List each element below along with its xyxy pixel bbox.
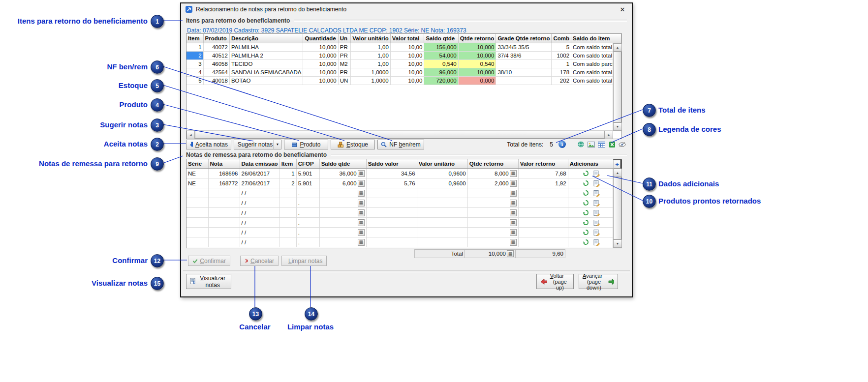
nota-row-2[interactable]: NE 168772 27/06/2017 2 5.901 6,000▦ 5,76…	[186, 178, 615, 188]
cell-valor-unitario[interactable]: 1,00	[351, 43, 391, 52]
dados-adicionais-button[interactable]	[592, 170, 601, 177]
produtos-prontos-retornados-button[interactable]	[582, 209, 590, 217]
cell-nota[interactable]	[208, 208, 240, 218]
dados-adicionais-button[interactable]	[592, 209, 601, 217]
cell-saldo-qtde[interactable]: ▦	[319, 228, 366, 237]
cell-grade[interactable]: 38/10	[496, 68, 552, 77]
dados-adicionais-button[interactable]	[592, 189, 601, 197]
cell-valor-retorno[interactable]	[518, 218, 568, 228]
cell-descricao[interactable]: PALMILHA	[229, 43, 303, 52]
produtos-prontos-retornados-button[interactable]	[582, 170, 590, 177]
add-nota-button[interactable]: +	[613, 159, 621, 169]
cell-saldo-qtde[interactable]: 156,000	[424, 43, 458, 52]
cell-item[interactable]: 2	[279, 178, 296, 188]
cell-un[interactable]: M2	[338, 60, 351, 68]
cell-qtde-retorno[interactable]: ▦	[467, 218, 518, 228]
cell-valor-total[interactable]: 10,00	[390, 43, 424, 52]
close-button[interactable]: ✕	[618, 6, 627, 13]
produtos-prontos-retornados-button[interactable]	[582, 179, 590, 187]
table-icon[interactable]	[597, 140, 606, 148]
aceita-notas-button[interactable]: Aceita notas	[186, 140, 231, 149]
cell-valor-unitario[interactable]: 0,9600	[417, 169, 467, 178]
scroll-thumb[interactable]	[613, 177, 621, 239]
nota-row-3[interactable]: / / . ▦ ▦	[186, 188, 615, 198]
cell-item[interactable]	[279, 237, 296, 247]
cell-quantidade[interactable]: 10,000	[303, 52, 338, 60]
cell-serie[interactable]	[186, 237, 208, 247]
cell-cfop[interactable]: .	[296, 228, 319, 237]
scroll-thumb[interactable]	[195, 131, 605, 139]
cell-saldo-qtde[interactable]: ▦	[319, 198, 366, 208]
cell-serie[interactable]	[186, 218, 208, 228]
cell-nota[interactable]	[208, 237, 240, 247]
cell-qtde-retorno[interactable]: ▦	[467, 198, 518, 208]
excel-export-icon[interactable]	[607, 140, 617, 148]
scroll-down-button[interactable]: ▼	[613, 239, 622, 248]
cell-qtde-retorno[interactable]: 10,000	[458, 52, 496, 60]
cell-serie[interactable]: NE	[186, 169, 208, 178]
calc-button[interactable]: ▦	[358, 180, 365, 187]
cancelar-button[interactable]: Cancelar	[240, 256, 279, 266]
scroll-down-button[interactable]: ▼	[613, 122, 622, 131]
cell-nota[interactable]: 168696	[208, 169, 240, 178]
limpar-notas-button[interactable]: Limpar notas	[281, 256, 327, 266]
calc-button[interactable]: ▦	[510, 219, 517, 226]
cell-saldo-qtde[interactable]: 96,000	[424, 68, 458, 77]
sugerir-notas-button[interactable]: Sugerir notas	[234, 140, 274, 149]
calc-button[interactable]: ▦	[510, 229, 517, 236]
produtos-prontos-retornados-button[interactable]	[582, 238, 590, 246]
calc-button[interactable]: ▦	[358, 190, 365, 197]
confirmar-button[interactable]: Confirmar	[188, 256, 230, 266]
cell-serie[interactable]	[186, 208, 208, 218]
cell-item[interactable]: 4	[186, 68, 203, 77]
calc-button[interactable]: ▦	[510, 239, 517, 246]
calc-button[interactable]: ▦	[510, 180, 517, 187]
scroll-left-button[interactable]: ◄	[186, 131, 195, 139]
produtos-prontos-retornados-button[interactable]	[582, 189, 590, 197]
dados-adicionais-button[interactable]	[592, 199, 601, 207]
item-row-4[interactable]: 4 42564 SANDALIA SEMIACABADA 10,000 PR 1…	[186, 68, 621, 77]
calc-button[interactable]: ▦	[358, 229, 365, 236]
calc-button[interactable]: ▦	[358, 209, 365, 216]
cell-nota[interactable]	[208, 228, 240, 237]
cell-produto[interactable]: 42564	[203, 68, 229, 77]
cell-serie[interactable]	[186, 198, 208, 208]
item-row-3[interactable]: 3 46058 TECIDO 10,000 M2 1,00 10,00 0,54…	[186, 60, 621, 68]
cell-saldo-valor[interactable]	[366, 228, 417, 237]
cell-descricao[interactable]: TECIDO	[229, 60, 303, 68]
cell-nota[interactable]	[208, 188, 240, 198]
cell-qtde-retorno[interactable]: ▦	[467, 228, 518, 237]
cell-comb[interactable]: 202	[552, 77, 571, 85]
dados-adicionais-button[interactable]	[592, 219, 601, 227]
cell-qtde-retorno[interactable]: ▦	[467, 208, 518, 218]
cell-qtde-retorno[interactable]: 8,000▦	[467, 169, 518, 178]
calc-button[interactable]: ▦	[510, 209, 517, 216]
cell-valor-retorno[interactable]	[518, 198, 568, 208]
cell-valor-unitario[interactable]: 1,0000	[351, 77, 391, 85]
calc-button[interactable]: ▦	[510, 190, 517, 197]
cell-valor-retorno[interactable]: 1,92	[518, 178, 568, 188]
scroll-up-button[interactable]: ▲	[613, 43, 622, 52]
cell-descricao[interactable]: SANDALIA SEMIACABADA	[229, 68, 303, 77]
cell-produto[interactable]: 40018	[203, 77, 229, 85]
nf-ben-rem-button[interactable]: NF ben/rem	[377, 140, 424, 149]
cell-saldo-valor[interactable]	[366, 208, 417, 218]
cell-saldo-valor[interactable]	[366, 198, 417, 208]
scroll-up-button[interactable]: ▲	[613, 169, 622, 177]
cell-valor-retorno[interactable]: 7,68	[518, 169, 568, 178]
cell-produto[interactable]: 46058	[203, 60, 229, 68]
nota-row-4[interactable]: / / . ▦ ▦	[186, 198, 615, 208]
cell-valor-total[interactable]: 10,00	[390, 60, 424, 68]
produtos-prontos-retornados-button[interactable]	[582, 229, 590, 236]
cell-grade[interactable]: 37/4 38/6	[496, 52, 552, 60]
cell-quantidade[interactable]: 10,000	[303, 77, 338, 85]
cell-valor-unitario[interactable]	[417, 237, 467, 247]
cell-valor-total[interactable]: 10,00	[390, 77, 424, 85]
dados-adicionais-button[interactable]	[592, 179, 601, 187]
cell-data-emissao[interactable]: / /	[240, 237, 279, 247]
cell-data-emissao[interactable]: / /	[240, 198, 279, 208]
cell-cfop[interactable]: .	[296, 218, 319, 228]
produtos-prontos-retornados-button[interactable]	[582, 219, 590, 227]
cell-cfop[interactable]: .	[296, 188, 319, 198]
cell-grade[interactable]	[496, 60, 552, 68]
